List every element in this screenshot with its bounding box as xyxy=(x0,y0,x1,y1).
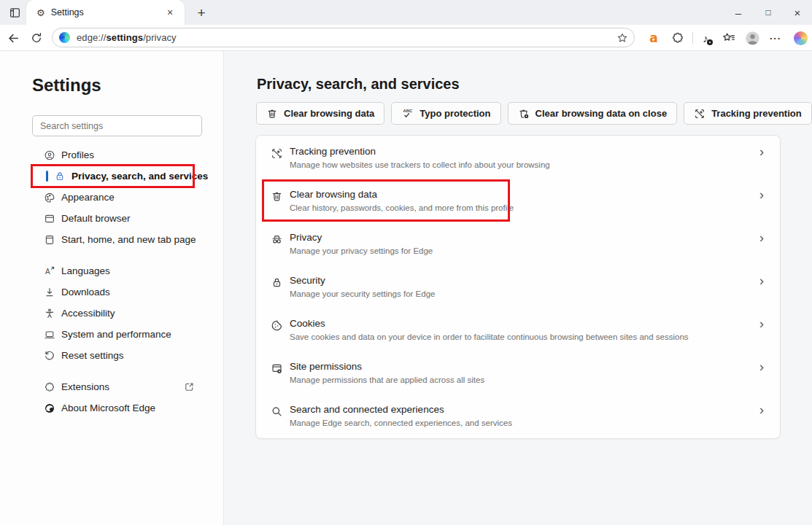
window-minimize-button[interactable]: – xyxy=(724,0,753,25)
favorites-icon[interactable] xyxy=(719,28,738,47)
tracking-prevention-button[interactable]: Tracking prevention xyxy=(684,102,812,125)
download-icon xyxy=(44,287,55,298)
search-settings-input[interactable] xyxy=(32,115,202,136)
list-item-privacy[interactable]: Privacy Manage your privacy settings for… xyxy=(256,222,780,265)
sidebar-item-reset-settings[interactable]: Reset settings xyxy=(32,345,202,366)
new-tab-button[interactable]: + xyxy=(192,4,211,23)
list-item-tracking-prevention[interactable]: Tracking prevention Manage how websites … xyxy=(256,136,780,179)
clear-browsing-data-on-close-button[interactable]: Clear browsing data on close xyxy=(508,102,678,125)
edge-logo-icon xyxy=(44,402,55,414)
chevron-right-icon: › xyxy=(759,230,764,246)
button-label: Typo protection xyxy=(419,108,490,119)
sidebar-item-appearance[interactable]: Appearance xyxy=(32,187,202,208)
settings-list-card: Tracking prevention Manage how websites … xyxy=(255,135,781,439)
list-item-description: Manage Edge search, connected experience… xyxy=(290,419,512,427)
profiles-icon xyxy=(44,149,55,161)
site-permissions-icon xyxy=(271,362,283,375)
trash-icon xyxy=(266,108,278,120)
svg-text:A: A xyxy=(45,268,50,276)
trash-badge-icon xyxy=(518,108,530,120)
title-bar: ⚙ Settings × + – □ × xyxy=(0,0,812,25)
sidebar-item-label: Accessibility xyxy=(61,308,115,319)
list-item-text: Site permissions Manage permissions that… xyxy=(290,361,484,384)
page-title: Privacy, search, and services xyxy=(257,76,460,93)
lock-icon xyxy=(271,276,283,289)
tab-actions-menu-icon[interactable] xyxy=(6,4,23,21)
sidebar-item-downloads[interactable]: Downloads xyxy=(32,281,202,303)
copilot-disc xyxy=(794,31,808,45)
settings-sidebar: Settings Profiles Privacy, search, and s… xyxy=(0,51,224,525)
copilot-icon[interactable] xyxy=(791,28,810,47)
sidebar-nav: Profiles Privacy, search, and services A xyxy=(32,144,202,419)
sidebar-item-start-home-newtab[interactable]: Start, home, and new tab page xyxy=(32,229,202,250)
sidebar-item-extensions[interactable]: Extensions xyxy=(32,376,202,397)
list-item-text: Cookies Save cookies and data on your de… xyxy=(290,318,689,341)
address-bar[interactable]: edge://settings/privacy xyxy=(52,28,635,47)
tracking-prevention-icon xyxy=(694,108,705,120)
sidebar-item-label: Start, home, and new tab page xyxy=(61,234,196,245)
list-item-text: Tracking prevention Manage how websites … xyxy=(290,146,550,169)
incognito-icon xyxy=(271,233,283,246)
window-close-button[interactable]: × xyxy=(783,0,812,25)
list-item-search-connected-experiences[interactable]: Search and connected experiences Manage … xyxy=(256,394,780,438)
sidebar-item-default-browser[interactable]: Default browser xyxy=(32,208,202,229)
sidebar-item-label: System and performance xyxy=(61,329,171,340)
more-options-icon[interactable]: ··· xyxy=(766,28,785,47)
sidebar-title: Settings xyxy=(32,75,101,96)
tab-close-icon[interactable]: × xyxy=(163,5,177,20)
chevron-right-icon: › xyxy=(759,359,764,375)
chevron-right-icon: › xyxy=(759,316,764,332)
sidebar-item-accessibility[interactable]: Accessibility xyxy=(32,303,202,324)
extensions-icon xyxy=(44,381,55,393)
sidebar-item-label: Appearance xyxy=(61,192,115,203)
list-item-title: Security xyxy=(290,275,435,286)
window-maximize-button[interactable]: □ xyxy=(754,0,783,25)
sidebar-item-label: Reset settings xyxy=(61,350,124,361)
toolbar-divider xyxy=(692,32,693,44)
page-icon xyxy=(44,234,55,246)
refresh-icon[interactable] xyxy=(26,28,47,48)
clear-browsing-data-button[interactable]: Clear browsing data xyxy=(256,102,384,125)
list-item-description: Save cookies and data on your device in … xyxy=(290,332,689,341)
settings-page: Settings Profiles Privacy, search, and s… xyxy=(0,51,812,525)
list-item-description: Manage permissions that are applied acro… xyxy=(290,376,484,384)
favorite-star-icon[interactable] xyxy=(616,32,628,44)
sidebar-item-profiles[interactable]: Profiles xyxy=(32,144,202,166)
svg-text:ABC: ABC xyxy=(403,109,414,113)
settings-gear-icon: ⚙ xyxy=(36,7,45,18)
list-item-security[interactable]: Security Manage your security settings f… xyxy=(256,265,780,308)
list-item-description: Manage how websites use trackers to coll… xyxy=(290,160,550,169)
external-link-icon[interactable] xyxy=(184,381,195,392)
list-item-title: Cookies xyxy=(290,318,689,329)
typo-protection-button[interactable]: ABC Typo protection xyxy=(391,102,500,125)
abc-check-icon: ABC xyxy=(401,107,414,120)
list-item-text: Privacy Manage your privacy settings for… xyxy=(290,232,433,255)
sidebar-item-about-edge[interactable]: About Microsoft Edge xyxy=(32,397,202,419)
sidebar-item-languages[interactable]: A Languages xyxy=(32,260,202,281)
search-icon xyxy=(271,405,283,418)
list-item-description: Manage your privacy settings for Edge xyxy=(290,246,433,255)
list-item-title: Tracking prevention xyxy=(290,146,550,157)
media-controls-icon[interactable]: ♪ xyxy=(696,28,715,47)
button-label: Clear browsing data on close xyxy=(535,108,668,119)
laptop-icon xyxy=(44,329,55,341)
profile-avatar[interactable] xyxy=(743,28,762,47)
sidebar-item-label: Default browser xyxy=(61,213,131,224)
highlight-box-sidebar xyxy=(31,164,195,188)
extensions-icon[interactable] xyxy=(668,28,687,47)
browser-tab-settings[interactable]: ⚙ Settings × xyxy=(26,0,185,25)
browser-toolbar: edge://settings/privacy a ♪ ··· xyxy=(0,25,812,51)
list-item-site-permissions[interactable]: Site permissions Manage permissions that… xyxy=(256,351,780,394)
tab-title: Settings xyxy=(51,7,163,18)
chevron-right-icon: › xyxy=(759,144,764,160)
media-badge xyxy=(707,39,713,45)
url-text: edge://settings/privacy xyxy=(77,32,177,43)
tracking-prevention-icon xyxy=(271,147,283,160)
sidebar-item-system-performance[interactable]: System and performance xyxy=(32,324,202,345)
list-item-cookies[interactable]: Cookies Save cookies and data on your de… xyxy=(256,308,780,351)
list-item-text: Search and connected experiences Manage … xyxy=(290,404,512,427)
amazon-favicon-icon[interactable]: a xyxy=(644,28,663,47)
accessibility-icon xyxy=(44,308,55,319)
list-item-text: Security Manage your security settings f… xyxy=(290,275,435,298)
back-icon[interactable] xyxy=(3,28,23,48)
